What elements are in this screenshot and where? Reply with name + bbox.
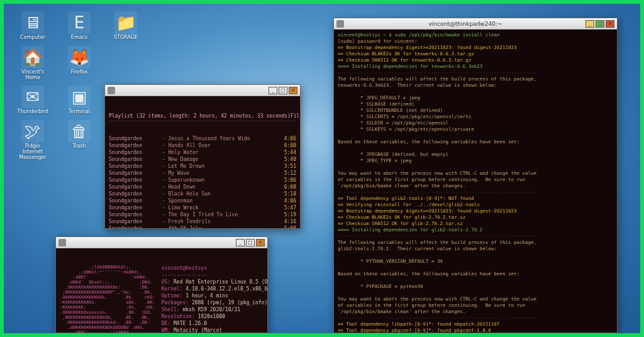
- computer-icon: 🖥: [21, 11, 44, 34]
- playlist-filter[interactable]: Filter: ████: [291, 113, 300, 119]
- desktop-icon-computer[interactable]: 🖥Computer: [15, 11, 50, 41]
- track-row[interactable]: Soundgarden - Spoonman4:06: [109, 197, 296, 204]
- track-row[interactable]: Soundgarden - Fresh Tendrils4:16: [109, 218, 296, 225]
- desktop-icon-home[interactable]: 🏠Vincent's Home: [15, 46, 50, 81]
- icon-label: STORAGE: [114, 35, 138, 41]
- minimize-button[interactable]: _: [236, 239, 245, 246]
- desktop-icon-thunderbird[interactable]: ✉Thunderbird: [15, 86, 50, 115]
- neofetch-info: vincent@hostsys---------------OS: Red Ha…: [162, 265, 267, 333]
- neofetch-window[interactable]: _ □ × .;ldkO0000Okdl;. .;d00xl:^''''''^:…: [55, 236, 268, 333]
- app-icon: [58, 239, 66, 246]
- maximize-button[interactable]: □: [596, 20, 604, 28]
- track-row[interactable]: Soundgarden - Black Hole Sun5:18: [109, 191, 296, 197]
- emacs-icon: E: [68, 11, 91, 34]
- trash-icon: 🗑: [68, 120, 91, 143]
- neofetch-titlebar[interactable]: _ □ ×: [56, 237, 267, 248]
- playlist-summary: Playlist (32 items, length: 2 hours, 42 …: [109, 113, 291, 119]
- icon-label: Computer: [20, 35, 45, 41]
- track-row[interactable]: Soundgarden - Jesus a Thousand Years Wid…: [109, 135, 296, 142]
- track-row[interactable]: Soundgarden - Head Down6:08: [109, 184, 296, 191]
- window-title: vincent@thinkpadw240:~: [347, 21, 584, 27]
- playlist-window[interactable]: _ □ × Playlist (32 items, length: 2 hour…: [104, 84, 301, 229]
- track-row[interactable]: Soundgarden - Let Me Drown3:51: [109, 163, 296, 170]
- track-row[interactable]: Soundgarden - Holy Water5:44: [109, 149, 296, 156]
- desktop-icon-trash[interactable]: 🗑Trash: [62, 120, 97, 160]
- track-row[interactable]: Soundgarden - Hands All Over6:00: [109, 142, 296, 149]
- storage-icon: 📁: [114, 11, 137, 34]
- terminal-icon: ▣: [68, 86, 91, 108]
- playlist-titlebar[interactable]: _ □ ×: [105, 85, 300, 96]
- firefox-icon: 🦊: [68, 46, 91, 69]
- build-titlebar[interactable]: vincent@thinkpadw240:~ _ □ ×: [334, 18, 617, 30]
- build-terminal-window[interactable]: vincent@thinkpadw240:~ _ □ × vincent@hos…: [333, 18, 618, 333]
- maximize-button[interactable]: □: [246, 239, 255, 246]
- icon-label: Emacs: [71, 35, 87, 41]
- maximize-button[interactable]: □: [279, 87, 287, 94]
- close-button[interactable]: ×: [606, 20, 614, 28]
- desktop-icon-terminal[interactable]: ▣Terminal: [62, 86, 97, 115]
- icon-label: Firefox: [71, 70, 87, 75]
- icon-label: Thunderbird: [18, 109, 48, 115]
- app-icon: [108, 87, 115, 94]
- track-row[interactable]: Soundgarden - Superunknown5:06: [109, 177, 296, 184]
- neofetch-body: .;ldkO0000Okdl;. .;d00xl:^''''''^:ok00d;…: [56, 248, 267, 333]
- icon-label: Pidgin Internet Messenger: [15, 144, 50, 160]
- minimize-button[interactable]: _: [586, 20, 594, 28]
- pidgin-icon: 🕊: [21, 120, 44, 143]
- track-row[interactable]: Soundgarden - 4th Of July5:08: [109, 225, 296, 228]
- close-button[interactable]: ×: [256, 239, 265, 246]
- track-row[interactable]: Soundgarden - The Day I Tried To Live5:1…: [109, 211, 296, 218]
- icon-label: Trash: [72, 144, 86, 150]
- desktop-icon-emacs[interactable]: EEmacs: [62, 11, 97, 41]
- icon-label: Vincent's Home: [15, 70, 50, 81]
- neofetch-ascii: .;ldkO0000Okdl;. .;d00xl:^''''''^:ok00d;…: [60, 265, 155, 333]
- playlist-body[interactable]: Playlist (32 items, length: 2 hours, 42 …: [105, 96, 300, 228]
- desktop-icon-pidgin[interactable]: 🕊Pidgin Internet Messenger: [15, 120, 50, 160]
- home-icon: 🏠: [21, 46, 44, 69]
- track-row[interactable]: Soundgarden - New Damage5:40: [109, 156, 296, 163]
- desktop-icon-firefox[interactable]: 🦊Firefox: [62, 46, 97, 81]
- track-row[interactable]: Soundgarden - Limo Wreck5:47: [109, 204, 296, 211]
- build-terminal-body[interactable]: vincent@hostsys ~ $ sudo /opt/pkg/bin/bm…: [334, 30, 617, 333]
- icon-label: Terminal: [69, 109, 90, 115]
- thunderbird-icon: ✉: [21, 86, 44, 108]
- minimize-button[interactable]: _: [269, 87, 277, 94]
- desktop-icon-storage[interactable]: 📁STORAGE: [108, 11, 143, 41]
- close-button[interactable]: ×: [289, 87, 297, 94]
- track-row[interactable]: Soundgarden - My Wave5:12: [109, 170, 296, 177]
- terminal-icon: [336, 20, 344, 28]
